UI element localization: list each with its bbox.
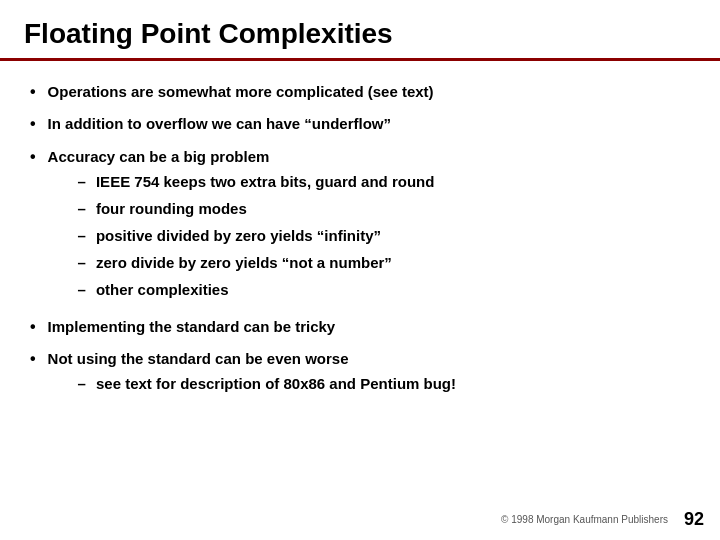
bullet-item-2: • In addition to overflow we can have “u… — [30, 113, 690, 135]
sub-dash-5-1: – — [78, 373, 86, 394]
bullet-text-3: Accuracy can be a big problem — [48, 148, 270, 165]
bullet-item-1: • Operations are somewhat more complicat… — [30, 81, 690, 103]
slide: Floating Point Complexities • Operations… — [0, 0, 720, 540]
sub-item-3-5: – other complexities — [78, 279, 435, 300]
slide-content: • Operations are somewhat more complicat… — [0, 61, 720, 501]
sub-text-3-2: four rounding modes — [96, 198, 247, 219]
sub-dash-3-2: – — [78, 198, 86, 219]
slide-footer: © 1998 Morgan Kaufmann Publishers 92 — [0, 501, 720, 540]
bullet-dot-4: • — [30, 316, 36, 338]
bullet-dot-1: • — [30, 81, 36, 103]
copyright-text: © 1998 Morgan Kaufmann Publishers — [501, 514, 668, 525]
sub-item-3-4: – zero divide by zero yields “not a numb… — [78, 252, 435, 273]
sub-dash-3-5: – — [78, 279, 86, 300]
page-number: 92 — [684, 509, 704, 530]
bullet-item-5: • Not using the standard can be even wor… — [30, 348, 690, 400]
sub-dash-3-4: – — [78, 252, 86, 273]
slide-title: Floating Point Complexities — [24, 18, 696, 50]
sub-text-3-4: zero divide by zero yields “not a number… — [96, 252, 392, 273]
bullet-text-4: Implementing the standard can be tricky — [48, 316, 336, 337]
sub-item-3-2: – four rounding modes — [78, 198, 435, 219]
sub-dash-3-3: – — [78, 225, 86, 246]
slide-header: Floating Point Complexities — [0, 0, 720, 61]
bullet-item-4: • Implementing the standard can be trick… — [30, 316, 690, 338]
sub-text-5-1: see text for description of 80x86 and Pe… — [96, 373, 456, 394]
sub-list-3: – IEEE 754 keeps two extra bits, guard a… — [78, 171, 435, 300]
sub-text-3-3: positive divided by zero yields “infinit… — [96, 225, 381, 246]
bullet-dot-5: • — [30, 348, 36, 370]
sub-item-5-1: – see text for description of 80x86 and … — [78, 373, 456, 394]
sub-item-3-1: – IEEE 754 keeps two extra bits, guard a… — [78, 171, 435, 192]
bullet-dot-2: • — [30, 113, 36, 135]
sub-list-5: – see text for description of 80x86 and … — [78, 373, 456, 394]
sub-dash-3-1: – — [78, 171, 86, 192]
sub-text-3-1: IEEE 754 keeps two extra bits, guard and… — [96, 171, 434, 192]
bullet-item-3: • Accuracy can be a big problem – IEEE 7… — [30, 146, 690, 306]
bullet-text-5: Not using the standard can be even worse — [48, 350, 349, 367]
bullet-text-1: Operations are somewhat more complicated… — [48, 81, 434, 102]
sub-text-3-5: other complexities — [96, 279, 229, 300]
bullet-dot-3: • — [30, 146, 36, 168]
bullet-text-2: In addition to overflow we can have “und… — [48, 113, 391, 134]
sub-item-3-3: – positive divided by zero yields “infin… — [78, 225, 435, 246]
